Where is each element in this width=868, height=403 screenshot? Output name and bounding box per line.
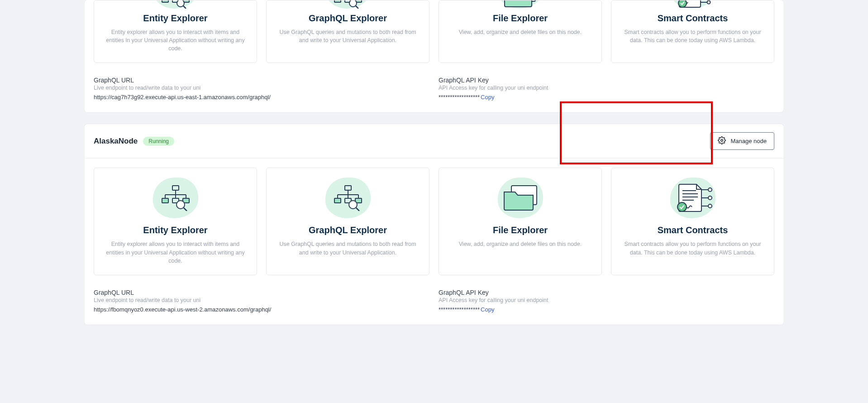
entity-explorer-icon [148, 175, 203, 221]
copy-key-link[interactable]: Copy [481, 94, 494, 101]
svg-point-34 [721, 139, 723, 142]
node-panel-1: AlaskaNode Running Manage node [85, 124, 783, 324]
node-header: AlaskaNode Running Manage node [85, 124, 783, 158]
graphql-key-label: GraphQL API Key [439, 289, 774, 296]
page-root: Entity Explorer Entity explorer allows y… [85, 0, 783, 325]
file-explorer-icon [493, 175, 548, 221]
graphql-key-value: ******************Copy [439, 94, 774, 101]
card-file-explorer[interactable]: File Explorer View, add, organize and de… [439, 168, 602, 275]
file-explorer-icon [493, 0, 548, 9]
svg-rect-17 [334, 0, 341, 2]
cards-row: Entity Explorer Entity explorer allows y… [85, 158, 783, 284]
card-title: File Explorer [493, 225, 548, 235]
copy-key-link[interactable]: Copy [481, 306, 494, 313]
graphql-url-sub: Live endpoint to read/write data to your… [94, 297, 429, 303]
card-smart-contracts[interactable]: Smart Contracts Smart contracts allow yo… [611, 168, 774, 275]
card-title: Entity Explorer [143, 13, 207, 24]
svg-rect-6 [162, 0, 168, 2]
manage-node-button[interactable]: Manage node [710, 132, 774, 150]
card-title: Smart Contracts [658, 13, 728, 24]
svg-line-45 [184, 208, 187, 211]
card-desc: View, add, organize and delete files on … [459, 28, 582, 36]
graphql-explorer-icon [321, 175, 375, 221]
cards-row: Entity Explorer Entity explorer allows y… [85, 0, 783, 72]
svg-rect-46 [345, 186, 351, 190]
card-desc: Smart contracts allow you to perform fun… [620, 240, 766, 256]
svg-line-10 [183, 6, 186, 9]
card-entity-explorer[interactable]: Entity Explorer Entity explorer allows y… [94, 0, 257, 63]
card-file-explorer[interactable]: File Explorer View, add, organize and de… [439, 0, 602, 63]
svg-rect-41 [162, 198, 168, 203]
graphql-key-block: GraphQL API Key API Access key for calli… [439, 77, 774, 101]
smart-contracts-icon [666, 0, 720, 9]
graphql-key-masked: ****************** [439, 306, 480, 313]
url-row: GraphQL URL Live endpoint to read/write … [85, 72, 783, 112]
manage-node-label: Manage node [730, 138, 767, 144]
svg-point-9 [177, 0, 184, 7]
card-desc: Entity explorer allows you to interact w… [102, 240, 248, 264]
graphql-url-value[interactable]: https://cag7h73g92.execute-api.us-east-1… [94, 94, 429, 101]
gear-icon [718, 136, 726, 146]
card-graphql-explorer[interactable]: GraphQL Explorer Use GraphQL queries and… [266, 0, 429, 63]
card-title: GraphQL Explorer [309, 13, 387, 24]
svg-point-68 [708, 204, 712, 208]
url-row: GraphQL URL Live endpoint to read/write … [85, 284, 783, 325]
svg-line-21 [356, 6, 358, 9]
node-panel-0: Entity Explorer Entity explorer allows y… [85, 0, 783, 112]
card-desc: Entity explorer allows you to interact w… [102, 28, 248, 53]
graphql-explorer-icon [321, 0, 375, 9]
svg-rect-35 [172, 186, 179, 190]
graphql-key-block: GraphQL API Key API Access key for calli… [439, 289, 774, 313]
graphql-url-block: GraphQL URL Live endpoint to read/write … [94, 77, 429, 101]
card-title: GraphQL Explorer [309, 225, 387, 235]
card-desc: View, add, organize and delete files on … [459, 240, 582, 248]
svg-line-56 [356, 208, 359, 211]
graphql-key-masked: ****************** [439, 94, 480, 101]
graphql-url-sub: Live endpoint to read/write data to your… [94, 85, 429, 91]
graphql-key-label: GraphQL API Key [439, 77, 774, 84]
card-entity-explorer[interactable]: Entity Explorer Entity explorer allows y… [94, 168, 257, 275]
card-smart-contracts[interactable]: Smart Contracts Smart contracts allow yo… [611, 0, 774, 63]
card-title: File Explorer [493, 13, 548, 24]
graphql-url-value[interactable]: https://fbomqnyoz0.execute-api.us-west-2… [94, 306, 429, 313]
svg-point-20 [349, 0, 357, 7]
graphql-key-sub: API Access key for calling your uni endp… [439, 297, 774, 303]
card-title: Smart Contracts [658, 225, 728, 235]
card-title: Entity Explorer [143, 225, 207, 235]
graphql-key-value: ******************Copy [439, 306, 774, 313]
entity-explorer-icon [148, 0, 203, 9]
svg-point-33 [707, 1, 710, 4]
node-name: AlaskaNode [94, 137, 138, 146]
graphql-url-label: GraphQL URL [94, 289, 429, 296]
graphql-url-block: GraphQL URL Live endpoint to read/write … [94, 289, 429, 313]
svg-point-66 [708, 196, 712, 200]
node-header-left: AlaskaNode Running [94, 137, 174, 146]
svg-point-44 [176, 201, 185, 209]
card-graphql-explorer[interactable]: GraphQL Explorer Use GraphQL queries and… [266, 168, 429, 275]
card-desc: Smart contracts allow you to perform fun… [620, 28, 766, 44]
card-desc: Use GraphQL queries and mutations to bot… [275, 28, 421, 44]
graphql-key-sub: API Access key for calling your uni endp… [439, 85, 774, 91]
card-desc: Use GraphQL queries and mutations to bot… [275, 240, 421, 256]
graphql-url-label: GraphQL URL [94, 77, 429, 84]
status-badge: Running [143, 137, 174, 146]
svg-rect-52 [334, 198, 341, 203]
svg-point-55 [349, 201, 357, 209]
smart-contracts-icon [666, 175, 720, 221]
svg-point-64 [708, 188, 712, 192]
